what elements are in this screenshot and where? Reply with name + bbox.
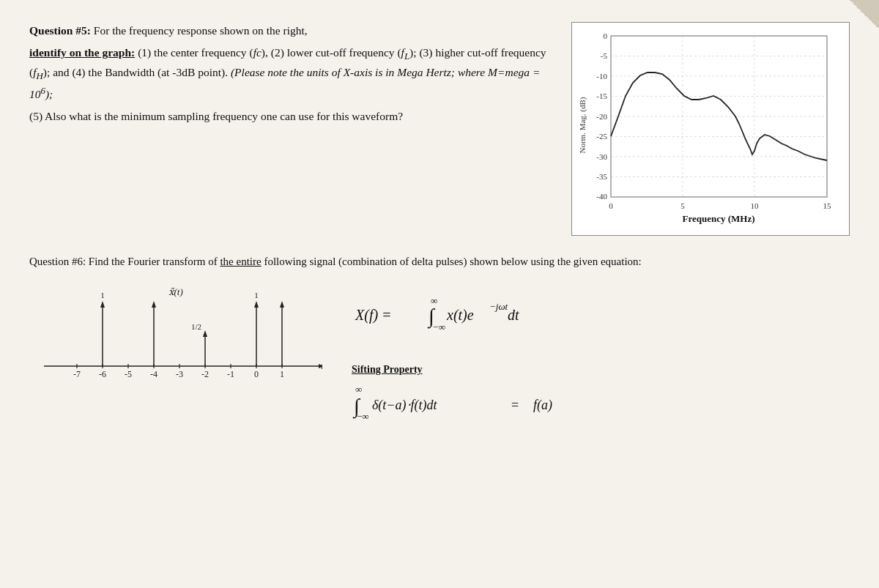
q5-label: Question #5:: [29, 24, 91, 37]
svg-text:-25: -25: [596, 132, 607, 141]
svg-text:=: =: [511, 398, 519, 412]
q6-text: Question #6: Find the Fourier transform …: [29, 253, 850, 270]
sifting-eq-svg: ∞ −∞ ∫ δ(t−a)⋅f(t)dt = f(a): [352, 382, 615, 429]
svg-text:δ(t−a)⋅f(t)dt: δ(t−a)⋅f(t)dt: [372, 398, 437, 413]
svg-text:-5: -5: [125, 369, 132, 379]
q6-label: Question #6:: [29, 256, 86, 267]
svg-text:10: 10: [751, 201, 760, 210]
signal-svg: t -7: [29, 282, 322, 399]
svg-marker-60: [280, 301, 284, 308]
svg-text:1: 1: [100, 291, 105, 299]
svg-text:0: 0: [609, 201, 613, 210]
svg-text:dt: dt: [508, 307, 519, 323]
svg-text:1/2: 1/2: [191, 322, 201, 331]
fourier-section: X(f) = ∞ −∞ ∫ x(t)e −jωt dt Sifting Prop…: [352, 282, 850, 434]
svg-text:0: 0: [254, 369, 259, 379]
svg-text:-30: -30: [596, 152, 607, 161]
svg-text:X(f) =: X(f) =: [355, 307, 392, 324]
svg-text:-10: -10: [596, 72, 607, 81]
sifting-label: Sifting Property: [352, 362, 850, 378]
svg-text:x(t)e: x(t)e: [446, 307, 474, 324]
graph-svg: 0 -5 -10 -15 -20 -25 -30 -35 -40 0 5 10 …: [578, 29, 842, 229]
svg-text:t: t: [321, 360, 322, 371]
svg-text:∞: ∞: [355, 384, 362, 395]
q5-text4: (5) Also what is the minimum sampling fr…: [29, 108, 557, 125]
svg-marker-57: [254, 301, 259, 308]
svg-marker-52: [152, 301, 156, 308]
frequency-response-graph: 0 -5 -10 -15 -20 -25 -30 -35 -40 0 5 10 …: [571, 22, 850, 236]
top-section: Question #5: For the frequency response …: [29, 22, 850, 236]
question5-text: Question #5: For the frequency response …: [29, 22, 557, 236]
signal-diagram: t -7: [29, 282, 308, 399]
q6-underline: the entire: [220, 256, 261, 267]
svg-text:f(a): f(a): [533, 398, 552, 413]
bottom-section: Question #6: Find the Fourier transform …: [29, 253, 850, 435]
svg-text:-7: -7: [73, 369, 81, 379]
svg-text:−jωt: −jωt: [489, 301, 508, 312]
q6-text2: following signal (combination of delta p…: [264, 256, 641, 267]
signal-area: t -7: [29, 282, 850, 434]
svg-text:−∞: −∞: [432, 321, 445, 332]
svg-text:-5: -5: [601, 51, 608, 60]
sifting-equation: ∞ −∞ ∫ δ(t−a)⋅f(t)dt = f(a): [352, 382, 850, 434]
svg-text:-15: -15: [596, 92, 607, 100]
svg-text:-40: -40: [596, 192, 607, 201]
svg-text:1: 1: [280, 369, 284, 379]
svg-text:-3: -3: [176, 369, 183, 379]
q5-text1: For the frequency response shown on the …: [94, 24, 308, 37]
q6-text1: Find the Fourier transform of: [89, 256, 220, 267]
svg-text:Norm. Mag. (dB): Norm. Mag. (dB): [578, 97, 587, 153]
svg-text:Frequency (MHz): Frequency (MHz): [682, 213, 754, 224]
svg-text:-35: -35: [596, 172, 607, 181]
fourier-equation: X(f) = ∞ −∞ ∫ x(t)e −jωt dt: [352, 289, 850, 346]
svg-text:1: 1: [254, 291, 259, 299]
corner-fold-decoration: [850, 0, 879, 29]
svg-marker-54: [203, 330, 207, 337]
svg-text:15: 15: [823, 201, 832, 210]
svg-text:-1: -1: [227, 369, 234, 379]
svg-text:-20: -20: [596, 112, 607, 121]
fourier-eq-svg: X(f) = ∞ −∞ ∫ x(t)e −jωt dt: [352, 289, 586, 340]
svg-text:x̃(t): x̃(t): [168, 286, 183, 297]
q5-bold-underline: identify on the graph:: [29, 46, 135, 59]
svg-text:-6: -6: [99, 369, 106, 379]
svg-text:-2: -2: [201, 369, 209, 379]
svg-text:-4: -4: [150, 369, 157, 379]
svg-text:5: 5: [680, 201, 685, 210]
page: Question #5: For the frequency response …: [0, 0, 879, 588]
svg-marker-49: [100, 301, 105, 308]
svg-text:0: 0: [604, 31, 608, 40]
